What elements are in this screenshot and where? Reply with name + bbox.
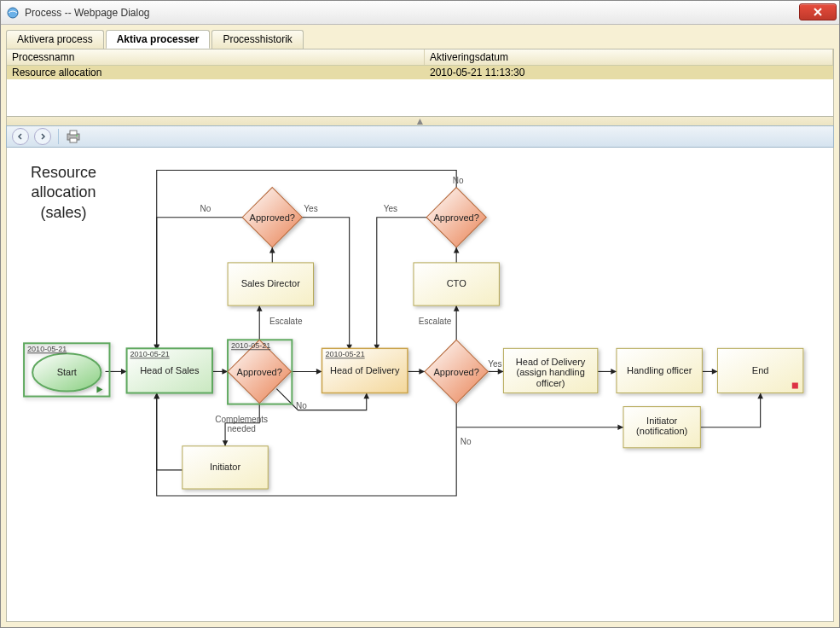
svg-text:Approved?: Approved? xyxy=(237,367,282,377)
svg-text:Head of Delivery: Head of Delivery xyxy=(516,357,586,367)
svg-text:Sales Director: Sales Director xyxy=(241,278,301,288)
svg-point-4 xyxy=(76,135,78,137)
node-end: End xyxy=(717,348,802,392)
window-title: Process -- Webpage Dialog xyxy=(25,7,150,19)
node-handling-officer: Handling officer xyxy=(617,348,702,392)
svg-text:Initiator: Initiator xyxy=(210,462,241,472)
svg-text:Initiator: Initiator xyxy=(646,416,678,426)
svg-text:No: No xyxy=(461,437,472,446)
ie-icon xyxy=(6,6,20,20)
svg-rect-37 xyxy=(792,382,798,388)
node-approved-3: Approved? xyxy=(425,340,488,403)
node-head-of-delivery: Head of Delivery 2010-05-21 xyxy=(322,348,408,392)
svg-text:2010-05-21: 2010-05-21 xyxy=(27,345,67,353)
node-approved-2: Approved? xyxy=(242,188,302,247)
svg-text:Yes: Yes xyxy=(384,204,397,213)
svg-text:2010-05-21: 2010-05-21 xyxy=(326,350,365,358)
svg-text:No: No xyxy=(296,401,307,410)
close-button[interactable] xyxy=(799,3,837,20)
svg-text:needed: needed xyxy=(227,424,255,433)
node-initiator-notification: Initiator (notification) xyxy=(623,407,700,448)
printer-icon xyxy=(66,130,81,143)
nav-forward-button[interactable] xyxy=(34,128,51,145)
svg-text:Escalate: Escalate xyxy=(419,317,452,326)
node-initiator: Initiator xyxy=(182,446,268,489)
node-head-of-sales: Head of Sales 2010-05-21 xyxy=(127,348,212,392)
svg-text:officer): officer) xyxy=(536,378,565,388)
table-row[interactable]: Resource allocation 2010-05-21 11:13:30 xyxy=(7,66,833,79)
flow-svg: Start 2010-05-21 Head of Sales 2010-05-2… xyxy=(7,148,833,621)
content: Aktivera process Aktiva processer Proces… xyxy=(1,25,839,627)
tab-process-history[interactable]: Processhistorik xyxy=(211,30,303,49)
col-header-date[interactable]: Aktiveringsdatum xyxy=(425,49,833,65)
diagram-toolbar xyxy=(6,125,834,148)
node-hod-assign: Head of Delivery (assign handling office… xyxy=(503,348,597,392)
arrow-left-icon xyxy=(16,132,25,141)
svg-rect-2 xyxy=(70,131,77,135)
svg-text:Handling officer: Handling officer xyxy=(627,365,692,375)
grid-header: Processnamn Aktiveringsdatum xyxy=(7,49,833,66)
close-icon xyxy=(813,8,823,16)
svg-text:2010-05-21: 2010-05-21 xyxy=(231,341,270,350)
svg-text:Approved?: Approved? xyxy=(433,367,478,377)
svg-text:CTO: CTO xyxy=(447,278,467,288)
svg-text:Yes: Yes xyxy=(304,204,317,213)
tab-activate-process[interactable]: Aktivera process xyxy=(6,30,104,49)
node-cto: CTO xyxy=(414,263,499,305)
svg-text:Head of Sales: Head of Sales xyxy=(140,365,200,375)
cell-activation-date: 2010-05-21 11:13:30 xyxy=(425,66,833,79)
process-grid: Processnamn Aktiveringsdatum Resource al… xyxy=(6,49,834,117)
nav-back-button[interactable] xyxy=(12,128,29,145)
splitter-handle[interactable]: ▲ xyxy=(6,117,834,125)
svg-text:No: No xyxy=(200,204,211,213)
svg-text:Yes: Yes xyxy=(488,359,501,369)
svg-text:Head of Delivery: Head of Delivery xyxy=(330,365,400,375)
print-button[interactable] xyxy=(66,130,81,143)
col-header-name[interactable]: Processnamn xyxy=(7,49,425,65)
node-approved-4: Approved? xyxy=(426,188,486,247)
svg-text:Approved?: Approved? xyxy=(433,212,478,223)
tab-active-processes[interactable]: Aktiva processer xyxy=(106,30,211,49)
svg-text:Escalate: Escalate xyxy=(269,317,303,326)
arrow-right-icon xyxy=(38,132,47,141)
node-start: Start 2010-05-21 xyxy=(24,343,109,396)
svg-rect-3 xyxy=(70,138,77,142)
diagram-canvas[interactable]: Resource allocation (sales) xyxy=(6,148,834,622)
tab-bar: Aktivera process Aktiva processer Proces… xyxy=(6,30,834,49)
cell-process-name: Resource allocation xyxy=(7,66,425,79)
svg-text:2010-05-21: 2010-05-21 xyxy=(130,350,170,358)
svg-text:(notification): (notification) xyxy=(636,426,687,436)
svg-text:Start: Start xyxy=(57,367,77,377)
svg-text:Approved?: Approved? xyxy=(250,212,295,223)
svg-text:No: No xyxy=(453,176,464,185)
titlebar: Process -- Webpage Dialog xyxy=(1,1,839,25)
dialog-window: Process -- Webpage Dialog Aktivera proce… xyxy=(0,0,840,628)
svg-text:End: End xyxy=(752,365,769,375)
node-sales-director: Sales Director xyxy=(228,263,313,305)
svg-text:Complements: Complements xyxy=(215,415,268,424)
svg-text:(assign handling: (assign handling xyxy=(516,367,584,377)
toolbar-separator xyxy=(58,129,59,144)
